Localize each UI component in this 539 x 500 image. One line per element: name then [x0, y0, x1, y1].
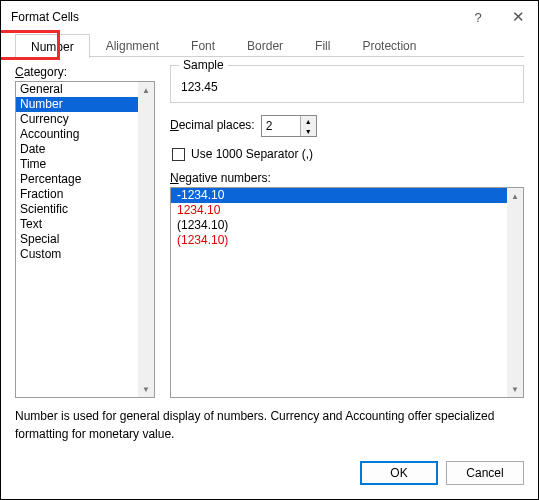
list-item[interactable]: Fraction: [16, 187, 154, 202]
settings-column: Sample 123.45 Decimal places: ▲ ▼ Use 10…: [170, 65, 524, 398]
list-item[interactable]: (1234.10): [171, 218, 523, 233]
decimal-row: Decimal places: ▲ ▼: [170, 115, 524, 137]
sample-group: Sample 123.45: [170, 65, 524, 103]
list-item[interactable]: Accounting: [16, 127, 154, 142]
negative-listbox[interactable]: -1234.101234.10(1234.10)(1234.10) ▲ ▼: [170, 187, 524, 398]
list-item[interactable]: General: [16, 82, 154, 97]
list-item[interactable]: Date: [16, 142, 154, 157]
list-item[interactable]: Currency: [16, 112, 154, 127]
ok-button[interactable]: OK: [360, 461, 438, 485]
scroll-up-icon[interactable]: ▲: [507, 188, 523, 204]
decimal-label: Decimal places:: [170, 118, 255, 132]
spinner-down-icon[interactable]: ▼: [301, 126, 316, 136]
list-item[interactable]: Special: [16, 232, 154, 247]
decimal-input[interactable]: [262, 116, 300, 136]
tab-protection[interactable]: Protection: [346, 33, 432, 57]
dialog-content: NumberAlignmentFontBorderFillProtection …: [1, 33, 538, 499]
tab-strip: NumberAlignmentFontBorderFillProtection: [15, 33, 524, 57]
list-item[interactable]: Number: [16, 97, 154, 112]
tab-panel-number: Category: GeneralNumberCurrencyAccountin…: [15, 65, 524, 398]
window-title: Format Cells: [11, 10, 458, 24]
close-button[interactable]: ✕: [498, 1, 538, 33]
tab-alignment[interactable]: Alignment: [90, 33, 175, 57]
scrollbar[interactable]: ▲ ▼: [507, 188, 523, 397]
help-button[interactable]: ?: [458, 1, 498, 33]
titlebar: Format Cells ? ✕: [1, 1, 538, 33]
tab-border[interactable]: Border: [231, 33, 299, 57]
category-label: Category:: [15, 65, 155, 79]
list-item[interactable]: Scientific: [16, 202, 154, 217]
list-item[interactable]: Custom: [16, 247, 154, 262]
list-item[interactable]: Text: [16, 217, 154, 232]
scroll-down-icon[interactable]: ▼: [138, 381, 154, 397]
scroll-down-icon[interactable]: ▼: [507, 381, 523, 397]
spinner-up-icon[interactable]: ▲: [301, 116, 316, 126]
checkbox-box[interactable]: [172, 148, 185, 161]
tab-font[interactable]: Font: [175, 33, 231, 57]
tab-fill[interactable]: Fill: [299, 33, 346, 57]
button-row: OK Cancel: [15, 461, 524, 485]
category-listbox[interactable]: GeneralNumberCurrencyAccountingDateTimeP…: [15, 81, 155, 398]
list-item[interactable]: -1234.10: [171, 188, 523, 203]
negative-label: Negative numbers:: [170, 171, 524, 185]
description-text: Number is used for general display of nu…: [15, 408, 524, 443]
scroll-up-icon[interactable]: ▲: [138, 82, 154, 98]
scrollbar[interactable]: ▲ ▼: [138, 82, 154, 397]
list-item[interactable]: (1234.10): [171, 233, 523, 248]
thousands-separator-checkbox[interactable]: Use 1000 Separator (,): [172, 147, 524, 161]
sample-value: 123.45: [181, 80, 513, 94]
cancel-button[interactable]: Cancel: [446, 461, 524, 485]
tab-number[interactable]: Number: [15, 34, 90, 58]
list-item[interactable]: 1234.10: [171, 203, 523, 218]
sample-label: Sample: [179, 58, 228, 72]
list-item[interactable]: Percentage: [16, 172, 154, 187]
category-column: Category: GeneralNumberCurrencyAccountin…: [15, 65, 155, 398]
list-item[interactable]: Time: [16, 157, 154, 172]
checkbox-label: Use 1000 Separator (,): [191, 147, 313, 161]
decimal-spinner[interactable]: ▲ ▼: [261, 115, 317, 137]
